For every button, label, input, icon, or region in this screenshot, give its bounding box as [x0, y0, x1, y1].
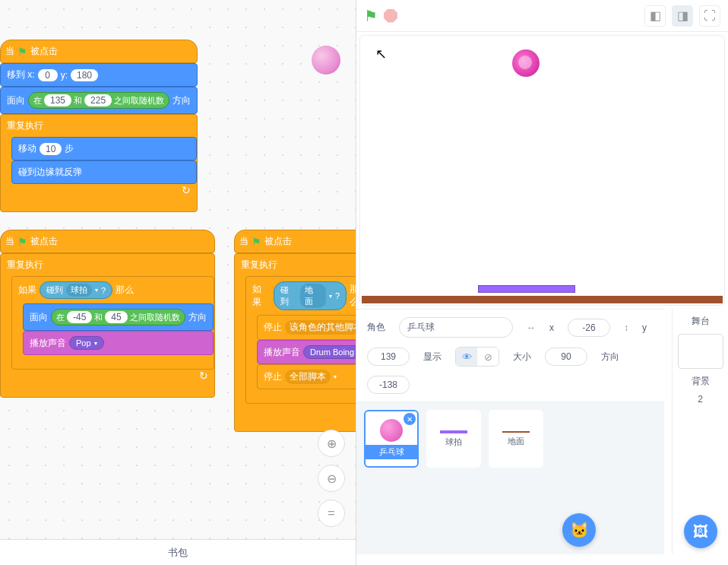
ground-icon — [502, 431, 530, 433]
forever-block[interactable]: 重复执行 如果 碰到 球拍 ▾ ? 那么 — [0, 253, 215, 398]
stage-thumbnail[interactable] — [678, 334, 723, 369]
fullscreen-button[interactable]: ⛶ — [699, 5, 720, 27]
touching-block[interactable]: 碰到 地面 ▾ ? — [274, 281, 347, 310]
x-input[interactable]: -26 — [568, 319, 610, 337]
chevron-down-icon: ▾ — [329, 293, 332, 300]
y-input[interactable]: 180 — [71, 69, 98, 81]
touching-block[interactable]: 碰到 球拍 ▾ ? — [40, 281, 112, 299]
green-flag-icon: ⚑ — [252, 236, 261, 248]
script-stack-1[interactable]: 当 ⚑ 被点击 移到 x: 0 y: 180 面向 在 135 和 225 之间… — [0, 40, 198, 212]
delete-sprite-button[interactable]: ✕ — [404, 413, 416, 425]
forever-block[interactable]: 重复执行 移动 10 步 碰到边缘就反弹 — [0, 114, 198, 212]
green-flag-icon: ⚑ — [17, 236, 27, 248]
hide-button[interactable]: ⊘ — [477, 348, 499, 366]
if-block[interactable]: 如果 碰到 球拍 ▾ ? 那么 面向 — [11, 276, 214, 370]
if-block[interactable]: 如果 碰到 地面 ▾ ? 那么 停止 — [245, 276, 356, 404]
forever-block[interactable]: 重复执行 如果 碰到 地面 ▾ ? 那么 — [234, 253, 356, 432]
chevron-down-icon: ▾ — [94, 340, 97, 347]
ball-icon — [380, 419, 403, 442]
sprite-list: ✕ 乒乓球 球拍 地面 🐱 — [356, 402, 664, 554]
hat-prefix: 当 — [5, 45, 14, 58]
sprite-label: 角色 — [367, 321, 385, 334]
show-button[interactable]: 👁 — [456, 348, 477, 366]
stage-column: 舞台 背景 2 🖼 — [672, 309, 728, 554]
x-input[interactable]: 0 — [38, 69, 58, 81]
sprite-card-ball[interactable]: ✕ 乒乓球 — [364, 410, 419, 468]
sprite-card-paddle[interactable]: 球拍 — [426, 410, 481, 468]
visibility-toggle: 👁 ⊘ — [455, 347, 499, 367]
sprite-info-panel: 角色 乒乓球 ↔ x -26 ↕ y 139 显示 👁 ⊘ 大小 90 方向 — [356, 309, 664, 402]
move-steps-block[interactable]: 移动 10 步 — [11, 137, 197, 160]
zoom-reset-button[interactable]: = — [318, 500, 345, 527]
sprite-name-input[interactable]: 乒乓球 — [399, 317, 513, 338]
paddle-icon — [440, 430, 467, 433]
sprite-card-ground[interactable]: 地面 — [489, 410, 543, 468]
stop-block[interactable]: 停止 该角色的其他脚本 — [257, 315, 356, 340]
small-stage-button[interactable]: ◧ — [644, 5, 666, 27]
script-stack-2[interactable]: 当 ⚑ 被点击 重复执行 如果 碰到 球拍 ▾ ? — [0, 230, 215, 398]
y-icon: ↕ — [624, 322, 628, 333]
point-direction-block[interactable]: 面向 在 -45 和 45 之间取随机数 方向 — [23, 303, 214, 331]
size-input[interactable]: 90 — [545, 348, 587, 366]
go-button[interactable]: ⚑ — [364, 7, 378, 25]
goto-xy-block[interactable]: 移到 x: 0 y: 180 — [0, 63, 198, 87]
scripts-workspace[interactable]: 当 ⚑ 被点击 移到 x: 0 y: 180 面向 在 135 和 225 之间… — [0, 0, 356, 565]
script-stack-3[interactable]: 当 ⚑ 被点击 重复执行 如果 碰到 地面 ▾ ? — [234, 230, 356, 432]
y-input[interactable]: 139 — [367, 348, 410, 366]
add-backdrop-button[interactable]: 🖼 — [684, 515, 717, 548]
stage[interactable] — [359, 35, 725, 306]
large-stage-button[interactable]: ◨ — [672, 5, 693, 27]
pick-random-block[interactable]: 在 -45 和 45 之间取随机数 — [51, 309, 185, 325]
stage-sprite-ground[interactable] — [362, 296, 723, 303]
right-panel: ⚑ ◧ ◨ ⛶ 角色 乒乓球 ↔ x -26 ↕ — [356, 0, 728, 565]
zoom-out-button[interactable]: ⊖ — [318, 465, 345, 492]
hat-suffix: 被点击 — [30, 45, 58, 58]
stage-toolbar: ⚑ ◧ ◨ ⛶ — [356, 0, 728, 32]
sound-dropdown[interactable]: Pop ▾ — [69, 336, 104, 350]
bounce-block[interactable]: 碰到边缘就反弹 — [11, 160, 197, 184]
chevron-down-icon: ▾ — [95, 287, 98, 294]
chevron-down-icon: ▾ — [334, 373, 337, 380]
zoom-controls: ⊕ ⊖ = — [318, 430, 345, 527]
stage-sprite-ball[interactable] — [512, 49, 540, 77]
when-flag-clicked-block[interactable]: 当 ⚑ 被点击 — [234, 230, 356, 253]
when-flag-clicked-block[interactable]: 当 ⚑ 被点击 — [0, 40, 198, 63]
xy-icon: ↔ — [527, 322, 536, 333]
play-sound-block[interactable]: 播放声音 Pop ▾ — [23, 331, 214, 355]
direction-input[interactable]: -138 — [367, 376, 410, 394]
stop-button[interactable] — [384, 9, 397, 23]
backpack-bar[interactable]: 书包 — [0, 539, 356, 565]
stage-title: 舞台 — [692, 315, 710, 328]
green-flag-icon: ⚑ — [17, 46, 27, 58]
sound-dropdown[interactable]: Drum Boing — [303, 345, 356, 359]
when-flag-clicked-block[interactable]: 当 ⚑ 被点击 — [0, 230, 215, 253]
add-sprite-button[interactable]: 🐱 — [562, 513, 596, 547]
zoom-in-button[interactable]: ⊕ — [318, 430, 345, 457]
sprite-preview-ball — [312, 46, 340, 75]
stage-sprite-paddle[interactable] — [478, 285, 575, 293]
pick-random-block[interactable]: 在 135 和 225 之间取随机数 — [28, 92, 169, 109]
point-direction-block[interactable]: 面向 在 135 和 225 之间取随机数 方向 — [0, 87, 198, 114]
stop-block[interactable]: 停止 全部脚本 ▾ — [257, 364, 356, 389]
play-sound-block[interactable]: 播放声音 Drum Boing — [257, 340, 356, 364]
